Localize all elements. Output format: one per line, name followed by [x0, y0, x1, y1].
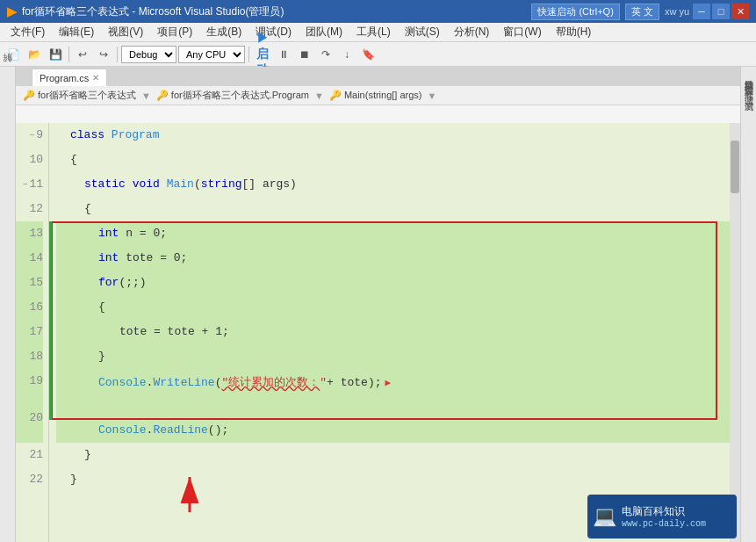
- menu-view[interactable]: 视图(V): [101, 23, 150, 41]
- breadcrumb-sep-3: ▼: [428, 90, 437, 101]
- code-line-17: tote = tote + 1;: [56, 320, 730, 344]
- menu-edit[interactable]: 编辑(E): [52, 23, 101, 41]
- watermark-title: 电脑百科知识: [622, 504, 706, 519]
- save-button[interactable]: 💾: [46, 45, 65, 64]
- toolbar-separator-1: [68, 47, 69, 62]
- editor-area[interactable]: −9 10 −11 12 13 14 15 16 17 18 19 20 21 …: [16, 123, 740, 542]
- minimize-button[interactable]: ─: [693, 4, 710, 19]
- code-line-16: {: [56, 295, 730, 320]
- menu-build[interactable]: 生成(B): [199, 23, 248, 41]
- code-line-12: {: [56, 197, 730, 221]
- menu-bar: 文件(F) 编辑(E) 视图(V) 项目(P) 生成(B) 调试(D) 团队(M…: [0, 23, 756, 42]
- scrollbar-thumb[interactable]: [731, 141, 739, 193]
- code-editor[interactable]: class Program { static void Main(string[…: [49, 123, 730, 542]
- breadcrumb-namespace[interactable]: 🔑 for循环省略三个表达式: [23, 89, 136, 102]
- undo-button[interactable]: ↩: [73, 45, 92, 64]
- breadcrumb-bar: 🔑 for循环省略三个表达式 ▼ 🔑 for循环省略三个表达式.Program …: [16, 86, 740, 105]
- menu-tools[interactable]: 工具(L): [349, 23, 398, 41]
- pause-button[interactable]: ⏸: [274, 45, 293, 64]
- code-line-10: {: [56, 148, 730, 172]
- toolbar: 📄 📂 💾 ↩ ↪ Debug Any CPU ▶ 启动 ⏸ ⏹ ↷ ↓ 🔖: [0, 42, 756, 67]
- window-controls: ─ □ ✕: [693, 4, 749, 19]
- open-file-button[interactable]: 📂: [25, 45, 44, 64]
- bookmark-button[interactable]: 🔖: [358, 45, 378, 64]
- program-cs-tab[interactable]: Program.cs ✕: [32, 69, 107, 86]
- menu-test[interactable]: 测试(S): [398, 23, 447, 41]
- menu-team[interactable]: 团队(M): [299, 23, 349, 41]
- step-over-button[interactable]: ↷: [316, 45, 335, 64]
- expand-11-icon[interactable]: −: [22, 180, 27, 190]
- toolbar-separator-2: [117, 47, 118, 62]
- title-bar: ▶ for循环省略三个表达式 - Microsoft Visual Studio…: [0, 0, 756, 23]
- left-sidebar-rail: 解: [0, 67, 16, 542]
- watermark-url: www.pc-daily.com: [622, 519, 706, 529]
- close-button[interactable]: ✕: [731, 4, 749, 19]
- vertical-scrollbar[interactable]: [730, 123, 740, 542]
- menu-project[interactable]: 项目(P): [150, 23, 199, 41]
- code-line-21: }: [56, 443, 730, 467]
- menu-window[interactable]: 窗口(W): [496, 23, 548, 41]
- breadcrumb-method[interactable]: 🔑 Main(string[] args): [329, 90, 422, 101]
- redo-button[interactable]: ↪: [94, 45, 113, 64]
- arrow-annotation: [155, 470, 225, 517]
- code-line-13: int n = 0;: [56, 221, 730, 246]
- code-line-18: }: [56, 344, 730, 369]
- menu-file[interactable]: 文件(F): [4, 23, 52, 41]
- watermark-icon: 💻: [593, 505, 616, 529]
- code-line-20: Console.ReadLine();: [56, 418, 730, 443]
- tab-label: Program.cs: [40, 73, 89, 83]
- menu-help[interactable]: 帮助(H): [549, 23, 599, 41]
- user-label: xw yu: [665, 6, 689, 17]
- watermark-badge: 💻 电脑百科知识 www.pc-daily.com: [587, 495, 737, 538]
- quick-launch-search[interactable]: 快速启动 (Ctrl+Q): [531, 4, 619, 20]
- new-file-button[interactable]: 📄: [4, 45, 23, 64]
- code-line-14: int tote = 0;: [56, 246, 730, 271]
- vs-logo-icon: ▶: [7, 4, 17, 18]
- lang-label: 英 文: [631, 6, 653, 17]
- step-into-button[interactable]: ↓: [337, 45, 356, 64]
- tab-close-icon[interactable]: ✕: [92, 73, 99, 83]
- debug-config-dropdown[interactable]: Debug: [121, 46, 176, 63]
- maximize-button[interactable]: □: [712, 4, 730, 19]
- search-label: 快速启动 (Ctrl+Q): [537, 6, 613, 17]
- code-line-19: Console.WriteLine("统计累加的次数：" + tote); ▶: [56, 369, 730, 418]
- expand-9-icon[interactable]: −: [29, 131, 34, 141]
- menu-analyze[interactable]: 分析(N): [447, 23, 497, 41]
- platform-dropdown[interactable]: Any CPU: [178, 46, 245, 63]
- right-sidebar-rail: 活动窗口功能 错误列表 属性 调试 测试: [740, 67, 756, 542]
- code-line-11: static void Main(string[] args): [56, 172, 730, 197]
- toolbar-separator-3: [248, 47, 249, 62]
- breadcrumb-sep-2: ▼: [314, 90, 324, 101]
- code-line-9: class Program: [56, 123, 730, 148]
- code-line-15: for(;;): [56, 271, 730, 295]
- breadcrumb-class[interactable]: 🔑 for循环省略三个表达式.Program: [156, 89, 309, 102]
- tab-bar: Program.cs ✕: [16, 67, 740, 86]
- language-selector[interactable]: 英 文: [625, 4, 659, 20]
- stop-button[interactable]: ⏹: [295, 45, 314, 64]
- window-title: for循环省略三个表达式 - Microsoft Visual Studio(管…: [22, 4, 531, 19]
- breadcrumb-sep-1: ▼: [141, 90, 151, 101]
- start-button[interactable]: ▶ 启动: [253, 45, 272, 64]
- line-numbers-gutter: −9 10 −11 12 13 14 15 16 17 18 19 20 21 …: [16, 123, 49, 542]
